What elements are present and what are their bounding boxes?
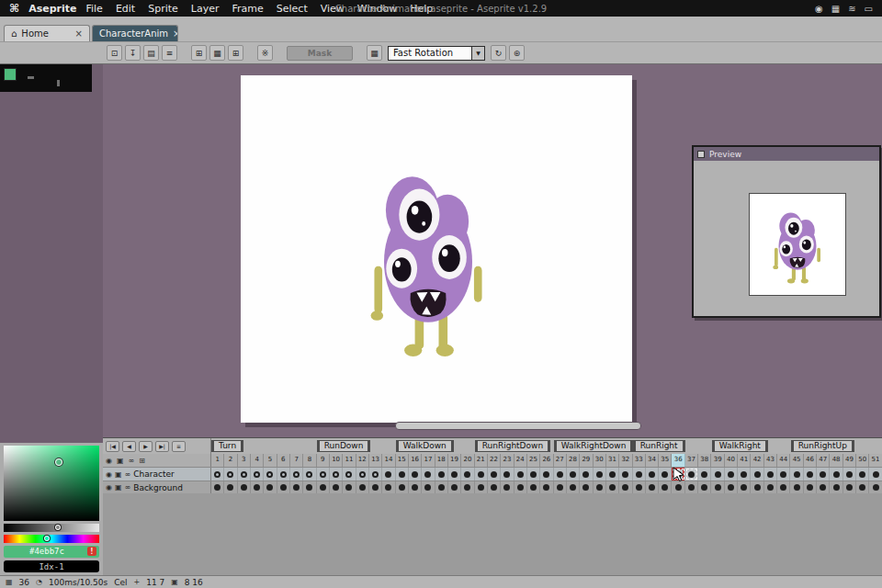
animation-tag[interactable]: RunRight [633, 440, 685, 452]
cel[interactable] [580, 481, 593, 493]
preview-close-button[interactable] [697, 151, 705, 158]
cel[interactable] [527, 481, 540, 493]
frame-number[interactable]: 42 [751, 454, 763, 467]
layer-name[interactable]: Character [133, 469, 174, 479]
frame-number[interactable]: 14 [382, 454, 395, 467]
cel[interactable] [264, 481, 277, 493]
cel[interactable] [594, 481, 606, 493]
value-slider[interactable] [4, 524, 99, 532]
palette-panel[interactable] [0, 64, 92, 92]
frame-number[interactable]: 48 [830, 454, 842, 467]
frame-number[interactable]: 34 [646, 454, 659, 467]
cel[interactable] [356, 468, 369, 481]
cel[interactable] [448, 481, 461, 493]
cel[interactable] [409, 468, 422, 481]
cel[interactable] [830, 481, 842, 493]
frame-number[interactable]: 23 [501, 454, 514, 467]
grid-settings-button[interactable]: ▦ [209, 45, 225, 61]
cel[interactable] [594, 468, 606, 481]
cel[interactable] [514, 481, 527, 493]
timeline-options-button[interactable]: ≡ [172, 441, 186, 452]
animation-tag[interactable]: RunRightDown [475, 440, 550, 452]
artboard[interactable] [241, 75, 632, 423]
frame-number[interactable]: 30 [594, 454, 606, 467]
cel[interactable] [369, 468, 382, 481]
cel[interactable] [738, 481, 751, 493]
animation-tag[interactable]: RunRightUp [791, 440, 854, 452]
cel[interactable] [619, 468, 632, 481]
animation-tag[interactable]: RunDown [317, 440, 371, 452]
animation-tag[interactable]: WalkRightDown [554, 440, 634, 452]
cel[interactable] [790, 481, 803, 493]
preview-titlebar[interactable]: Preview [694, 147, 879, 161]
cel[interactable] [843, 468, 856, 481]
cel[interactable] [224, 468, 237, 481]
cel[interactable] [711, 468, 724, 481]
grid-icon[interactable]: ▦ [831, 4, 840, 14]
frame-number[interactable]: 25 [527, 454, 540, 467]
link-icon[interactable]: ∞ [129, 457, 135, 465]
layer-name[interactable]: Background [133, 483, 183, 492]
cel[interactable] [488, 468, 501, 481]
snap-grid-button[interactable]: ⊞ [228, 45, 243, 61]
frame-number[interactable]: 20 [461, 454, 474, 467]
cel[interactable] [777, 481, 790, 493]
eye-icon[interactable]: ◉ [106, 457, 112, 465]
frame-number[interactable]: 32 [619, 454, 632, 467]
animation-tag[interactable]: Turn [211, 440, 243, 452]
frame-number[interactable]: 22 [488, 454, 501, 467]
wifi-icon[interactable]: ≋ [848, 4, 855, 14]
cel[interactable] [843, 481, 856, 493]
cel[interactable] [725, 468, 738, 481]
frame-number[interactable]: 19 [448, 454, 461, 467]
saturation-box[interactable] [4, 446, 99, 521]
layer-header-character[interactable]: ◉ ▣ ∞ Character [103, 468, 211, 481]
frame-number[interactable]: 33 [633, 454, 646, 467]
cel[interactable] [751, 468, 763, 481]
cel[interactable] [777, 468, 790, 481]
tiled-mode-button[interactable]: ⊞ [191, 45, 207, 61]
warning-badge[interactable]: ! [87, 547, 96, 556]
cel[interactable] [633, 481, 646, 493]
frame-number[interactable]: 27 [554, 454, 567, 467]
eye-icon[interactable]: ◉ [106, 483, 112, 492]
cel[interactable] [554, 468, 567, 481]
cel[interactable] [817, 468, 830, 481]
frame-number[interactable]: 12 [356, 454, 369, 467]
rotate-icon[interactable]: ↻ [491, 45, 506, 61]
cel[interactable] [540, 481, 553, 493]
cel[interactable] [527, 468, 540, 481]
frame-number[interactable]: 11 [343, 454, 356, 467]
frame-number[interactable]: 26 [540, 454, 553, 467]
cel[interactable] [698, 481, 711, 493]
menu-select[interactable]: Select [277, 3, 308, 15]
menu-file[interactable]: File [85, 3, 102, 15]
frame-number[interactable]: 28 [567, 454, 580, 467]
frame-number[interactable]: 1 [211, 454, 224, 467]
cel[interactable] [817, 481, 830, 493]
mask-button[interactable]: Mask [287, 46, 353, 61]
frame-number[interactable]: 2 [224, 454, 237, 467]
frame-number[interactable]: 24 [514, 454, 527, 467]
cel[interactable] [869, 468, 882, 481]
cel[interactable] [764, 468, 777, 481]
chevron-down-icon[interactable]: ▼ [471, 47, 484, 60]
cel[interactable] [435, 468, 448, 481]
cel[interactable] [448, 468, 461, 481]
menu-sprite[interactable]: Sprite [148, 3, 178, 15]
frame-number[interactable]: 5 [264, 454, 277, 467]
cel[interactable] [369, 481, 382, 493]
cel[interactable] [382, 481, 395, 493]
record-icon[interactable]: ◉ [815, 4, 823, 14]
cel[interactable] [633, 468, 646, 481]
frame-number[interactable]: 50 [856, 454, 869, 467]
cel[interactable] [764, 481, 777, 493]
display-icon[interactable]: ▭ [865, 4, 873, 14]
cel[interactable] [830, 468, 842, 481]
cel[interactable] [856, 481, 869, 493]
lock-axis-button[interactable]: ⊡ [107, 45, 122, 61]
frame-number[interactable]: 10 [330, 454, 343, 467]
fg-color-swatch[interactable] [4, 68, 17, 81]
cel[interactable] [606, 468, 619, 481]
frame-number[interactable]: 7 [290, 454, 303, 467]
